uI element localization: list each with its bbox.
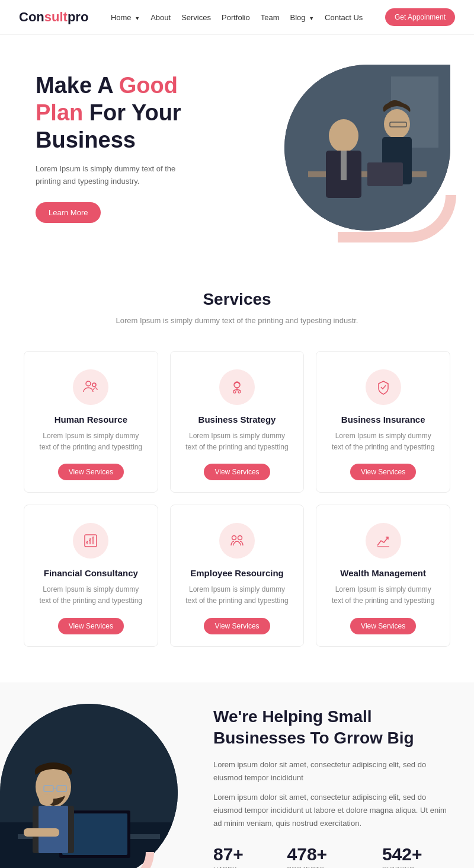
financial-consultancy-icon [82, 532, 99, 549]
service-title-5: Employee Resourcing [182, 568, 292, 578]
hero-text: Make A Good Plan For Your Business Lorem… [36, 72, 196, 222]
services-grid: Human Resource Lorem Ipsum is simply dum… [24, 351, 450, 647]
svg-rect-9 [367, 162, 403, 186]
view-services-btn-3[interactable]: View Services [350, 464, 416, 480]
grow-circle-image [0, 704, 178, 868]
hero-arc-decoration [338, 195, 456, 242]
service-card-wealth-management: Wealth Management Lorem Ipsum is simply … [316, 505, 450, 646]
nav-blog[interactable]: Blog ▼ [290, 13, 314, 22]
view-services-btn-1[interactable]: View Services [58, 464, 124, 480]
service-title-4: Financial Consultancy [36, 568, 146, 578]
business-insurance-icon [375, 379, 392, 395]
svg-point-38 [39, 794, 53, 806]
service-card-financial-consultancy: Financial Consultancy Lorem Ipsum is sim… [24, 505, 158, 646]
stat-running: 542+ Running Projects [382, 844, 450, 868]
stat-projects-label: Projects Complete [287, 866, 361, 868]
stat-running-num: 542+ [382, 844, 450, 864]
view-services-btn-6[interactable]: View Services [350, 618, 416, 634]
service-card-human-resource: Human Resource Lorem Ipsum is simply dum… [24, 351, 158, 493]
svg-point-11 [92, 383, 96, 387]
view-services-btn-2[interactable]: View Services [204, 464, 270, 480]
stat-clients: 87+ Happy Clients [213, 844, 266, 868]
service-icon-wrap-1 [73, 369, 108, 405]
service-title-3: Business Insurance [328, 414, 438, 425]
navbar: Consultpro Home ▼ About Services Portfol… [0, 0, 474, 35]
svg-rect-5 [341, 151, 347, 180]
services-section: Services Lorem Ipsum is simply dummy tex… [0, 254, 474, 682]
service-desc-2: Lorem Ipsum is simply dummy text of the … [182, 430, 292, 453]
svg-point-15 [238, 391, 241, 393]
service-title-2: Business Strategy [182, 414, 292, 425]
service-desc-4: Lorem Ipsum is simply dummy text of the … [36, 584, 146, 607]
view-services-btn-4[interactable]: View Services [58, 618, 124, 634]
logo-con: Con [19, 9, 44, 24]
service-icon-wrap-5 [219, 523, 255, 559]
service-icon-wrap-6 [366, 523, 401, 559]
grow-section: We're Helping Small Businesses To Grrow … [0, 682, 474, 868]
learn-more-button[interactable]: Learn More [36, 202, 101, 223]
service-icon-wrap-3 [366, 369, 401, 405]
service-desc-6: Lorem Ipsum is simply dummy text of the … [328, 584, 438, 607]
service-icon-wrap-4 [73, 523, 108, 559]
service-card-employee-resourcing: Employee Resourcing Lorem Ipsum is simpl… [170, 505, 305, 646]
wealth-management-icon [375, 532, 392, 549]
get-appointment-button[interactable]: Get Appoinment [385, 8, 455, 26]
service-desc-1: Lorem Ipsum is simply dummy text of the … [36, 430, 146, 453]
nav-contact[interactable]: Contact Us [325, 13, 363, 22]
hero-image-wrap [273, 65, 450, 231]
svg-point-10 [86, 381, 91, 386]
logo: Consultpro [19, 9, 88, 25]
nav-team[interactable]: Team [261, 13, 280, 22]
svg-rect-37 [24, 828, 59, 837]
svg-point-3 [329, 119, 358, 152]
employee-resourcing-icon [229, 532, 245, 549]
stats: 87+ Happy Clients 478+ Projects Complete… [213, 844, 450, 868]
nav-services[interactable]: Services [181, 13, 211, 22]
service-icon-wrap-2 [219, 369, 255, 405]
svg-point-24 [238, 536, 242, 540]
view-services-btn-5[interactable]: View Services [204, 618, 270, 634]
grow-heading: We're Helping Small Businesses To Grrow … [213, 706, 450, 749]
service-title-6: Wealth Management [328, 568, 438, 578]
grow-circle [0, 704, 178, 868]
nav-portfolio[interactable]: Portfolio [222, 13, 250, 22]
home-arrow: ▼ [134, 15, 140, 21]
nav-about[interactable]: About [150, 13, 171, 22]
svg-rect-16 [85, 535, 97, 547]
service-title-1: Human Resource [36, 414, 146, 425]
stat-running-label: Running Projects [382, 866, 450, 868]
hero-highlight-good: Good [119, 73, 178, 98]
nav-links: Home ▼ About Services Portfolio Team Blo… [111, 13, 363, 22]
svg-point-23 [232, 536, 236, 540]
hero-highlight-plan: Plan [36, 100, 83, 125]
service-desc-5: Lorem Ipsum is simply dummy text of the … [182, 584, 292, 607]
svg-point-14 [233, 391, 236, 393]
grow-image-wrap [0, 698, 201, 868]
human-resource-icon [82, 379, 99, 395]
stat-clients-label: Happy Clients [213, 866, 266, 868]
grow-text: We're Helping Small Businesses To Grrow … [201, 682, 474, 868]
grow-arc-decoration [59, 852, 154, 868]
stat-projects-num: 478+ [287, 844, 361, 864]
logo-sult: sult [44, 9, 68, 24]
service-card-business-insurance: Business Insurance Lorem Ipsum is simply… [316, 351, 450, 493]
hero-heading: Make A Good Plan For Your Business [36, 72, 196, 154]
service-card-business-strategy: Business Strategy Lorem Ipsum is simply … [170, 351, 305, 493]
grow-illustration [0, 704, 178, 868]
hero-section: Make A Good Plan For Your Business Lorem… [0, 35, 474, 254]
grow-para2: Lorem ipsum dolor sit amet, consectetur … [213, 791, 450, 830]
services-title: Services [24, 290, 450, 309]
stat-clients-num: 87+ [213, 844, 266, 864]
blog-arrow: ▼ [309, 15, 314, 21]
business-strategy-icon [229, 379, 245, 395]
services-subtitle: Lorem Ipsum is simply dummy text of the … [24, 315, 450, 327]
service-desc-3: Lorem Ipsum is simply dummy text of the … [328, 430, 438, 453]
stat-projects: 478+ Projects Complete [287, 844, 361, 868]
grow-para1: Lorem ipsum dolor sit amet, consectetur … [213, 758, 450, 784]
nav-home[interactable]: Home ▼ [111, 13, 140, 22]
hero-body: Lorem Ipsum is simply dummy text of the … [36, 163, 196, 188]
logo-pro: pro [68, 9, 88, 24]
